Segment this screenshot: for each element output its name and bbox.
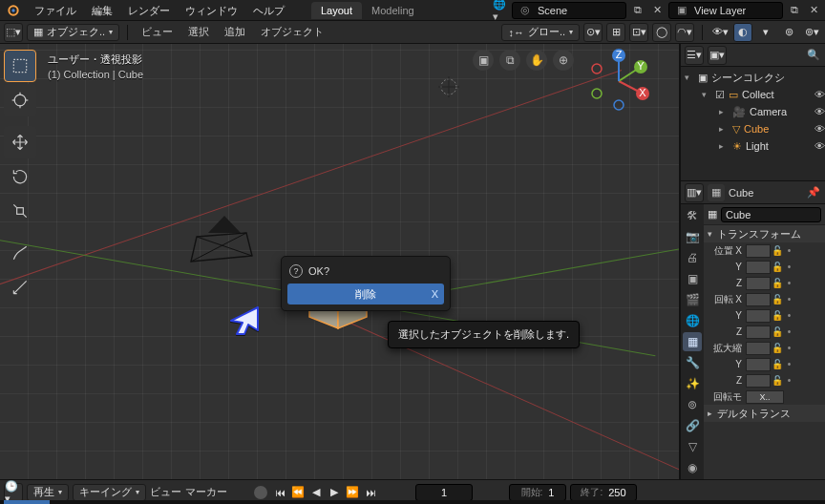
scale-z-field[interactable]	[746, 374, 771, 388]
pin-icon[interactable]: 📌	[806, 185, 821, 200]
autokey-icon[interactable]	[254, 486, 267, 499]
gizmo-toggle-icon[interactable]: ◐	[733, 23, 752, 42]
proportional-falloff-icon[interactable]: ◠▾	[675, 23, 694, 42]
browse-scene-icon[interactable]: 🌐▾	[493, 3, 508, 18]
keyframe-dot-icon[interactable]: •	[783, 277, 795, 290]
keyframe-dot-icon[interactable]: •	[783, 358, 795, 371]
scale-x-field[interactable]	[746, 342, 771, 355]
timeline-editor-icon[interactable]: 🕒▾	[4, 483, 23, 502]
pivot-icon[interactable]: ⊙▾	[583, 23, 603, 42]
delete-scene-icon[interactable]: ✕	[649, 3, 665, 18]
keyframe-dot-icon[interactable]: •	[783, 326, 795, 339]
nav-zoom-icon[interactable]: ⊕	[553, 50, 574, 71]
eye-icon[interactable]: 👁	[814, 106, 825, 117]
location-z-field[interactable]	[746, 277, 771, 290]
tool-move[interactable]	[4, 126, 36, 158]
tab-output-icon[interactable]: 🖨	[683, 248, 702, 267]
overlay-options-icon[interactable]: ⊚▾	[802, 23, 821, 42]
tab-viewlayer-icon[interactable]: ▣	[683, 269, 702, 288]
tab-particles-icon[interactable]: ✨	[683, 374, 702, 393]
menu-view[interactable]: ビュー	[136, 25, 179, 39]
gizmo-options-icon[interactable]: ▾	[756, 23, 775, 42]
tool-cursor[interactable]	[4, 84, 36, 116]
tool-select-box[interactable]	[4, 50, 36, 82]
lock-icon[interactable]: 🔓	[771, 244, 783, 258]
tab-object-icon[interactable]: ▦	[683, 332, 702, 351]
menu-edit[interactable]: 編集	[84, 0, 120, 21]
play-reverse-icon[interactable]: ◀	[307, 484, 325, 501]
start-frame-field[interactable]: 開始:1	[509, 484, 566, 501]
timeline-scrub[interactable]	[0, 500, 825, 504]
lock-icon[interactable]: 🔓	[771, 309, 783, 323]
scene-name-field[interactable]: ◎	[512, 2, 626, 19]
tab-world-icon[interactable]: 🌐	[683, 311, 702, 330]
keyframe-dot-icon[interactable]: •	[783, 374, 795, 388]
outliner-item-light[interactable]: Light	[746, 140, 811, 152]
viewlayer-input[interactable]	[692, 4, 759, 17]
tab-scene-icon[interactable]: 🎬	[683, 290, 702, 309]
popup-delete-item[interactable]: 削除 X	[287, 284, 444, 304]
menu-add[interactable]: 追加	[219, 25, 251, 39]
jump-end-icon[interactable]: ⏭	[362, 484, 379, 501]
location-y-field[interactable]	[746, 261, 771, 274]
object-name-input[interactable]	[721, 207, 821, 222]
eye-icon[interactable]: 👁	[814, 89, 825, 100]
proportional-icon[interactable]: ◯	[652, 23, 671, 42]
tab-material-icon[interactable]: ◉	[683, 458, 702, 477]
snap-icon[interactable]: ⊞	[606, 23, 625, 42]
rotation-mode-select[interactable]: X..	[746, 390, 784, 404]
nav-camera-icon[interactable]: ▣	[473, 50, 494, 71]
lock-icon[interactable]: 🔓	[771, 261, 783, 274]
keyframe-dot-icon[interactable]: •	[783, 309, 795, 323]
menu-select[interactable]: 選択	[182, 25, 215, 39]
timeline-marker-menu[interactable]: マーカー	[185, 485, 227, 499]
location-x-field[interactable]	[746, 244, 771, 258]
end-frame-field[interactable]: 終了:250	[570, 484, 637, 501]
editor-type-icon[interactable]: ⬚▾	[4, 23, 23, 42]
lock-icon[interactable]: 🔓	[771, 342, 783, 355]
properties-type-icon[interactable]: ▥▾	[685, 183, 704, 202]
delta-panel-header[interactable]: ▸デルタトランス	[704, 405, 825, 422]
keyframe-dot-icon[interactable]: •	[783, 342, 795, 355]
tab-modifier-icon[interactable]: 🔧	[683, 353, 702, 372]
lock-icon[interactable]: 🔓	[771, 326, 783, 339]
viewlayer-field[interactable]: ▣	[668, 2, 783, 19]
tab-render-icon[interactable]: 📷	[683, 227, 702, 246]
timeline-playback-menu[interactable]: 再生▾	[27, 484, 69, 501]
rotation-y-field[interactable]	[746, 309, 771, 323]
tab-data-icon[interactable]: ▽	[683, 437, 702, 456]
tab-physics-icon[interactable]: ⊚	[683, 395, 702, 414]
lock-icon[interactable]: 🔓	[771, 374, 783, 388]
new-scene-icon[interactable]: ⧉	[630, 3, 645, 18]
transform-panel-header[interactable]: ▾トランスフォーム	[704, 225, 825, 242]
orientation-gizmo[interactable]: X Y Z	[585, 48, 652, 115]
eye-icon[interactable]: 👁	[814, 123, 825, 135]
outliner[interactable]: ▾▣シーンコレクシ ▾☑▭Collect👁 ▸🎥Camera👁 ▸▽Cube👁 …	[681, 67, 825, 181]
keyframe-dot-icon[interactable]: •	[783, 293, 795, 306]
play-icon[interactable]: ▶	[326, 484, 343, 501]
workspace-tab-layout[interactable]: Layout	[311, 2, 362, 19]
menu-file[interactable]: ファイル	[27, 0, 84, 21]
viewport-3d[interactable]: ユーザー・透視投影 (1) Collection | Cube ▣ ⧉ ✋ ⊕	[0, 44, 680, 479]
scene-name-input[interactable]	[536, 4, 603, 17]
menu-window[interactable]: ウィンドウ	[178, 0, 245, 21]
nav-perspective-icon[interactable]: ⧉	[499, 50, 520, 71]
keyframe-dot-icon[interactable]: •	[783, 244, 795, 258]
lock-icon[interactable]: 🔓	[771, 358, 783, 371]
outliner-filter-icon[interactable]: ▣▾	[708, 46, 727, 65]
playhead-icon[interactable]	[4, 500, 50, 504]
collection-label[interactable]: Collect	[742, 89, 811, 100]
menu-object[interactable]: オブジェクト	[255, 25, 329, 39]
overlay-toggle-icon[interactable]: ⊚	[779, 23, 798, 42]
nav-pan-icon[interactable]: ✋	[526, 50, 547, 71]
tool-annotate[interactable]	[4, 237, 36, 269]
lock-icon[interactable]: 🔓	[771, 277, 783, 290]
tool-rotate[interactable]	[4, 160, 36, 193]
outliner-display-mode-icon[interactable]: ☰▾	[685, 46, 704, 65]
outliner-item-cube[interactable]: Cube	[744, 123, 811, 135]
scale-y-field[interactable]	[746, 358, 771, 371]
tool-measure[interactable]	[4, 271, 36, 304]
orientation-selector[interactable]: ↕↔ グロー.. ▾	[501, 24, 580, 41]
search-icon[interactable]: 🔍	[806, 48, 821, 63]
new-viewlayer-icon[interactable]: ⧉	[787, 3, 802, 18]
